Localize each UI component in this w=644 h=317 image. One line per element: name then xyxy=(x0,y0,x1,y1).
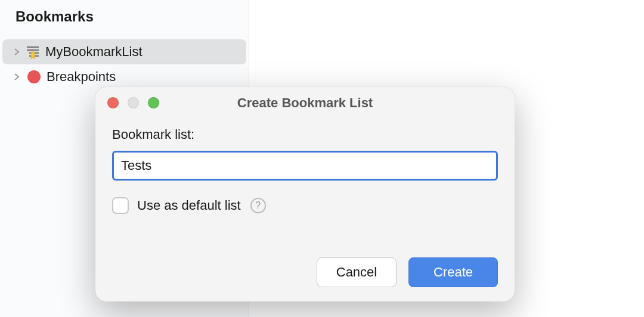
cancel-button[interactable]: Cancel xyxy=(317,257,397,287)
create-button[interactable]: Create xyxy=(408,257,498,287)
minimize-window-icon xyxy=(128,97,139,108)
default-list-checkbox-row: Use as default list ? xyxy=(112,197,498,214)
bookmark-list-name-input[interactable] xyxy=(112,151,498,181)
sidebar-title: Bookmarks xyxy=(0,8,249,39)
tree-item-label: Breakpoints xyxy=(47,69,116,85)
close-window-icon[interactable] xyxy=(107,97,119,108)
tree-item-breakpoints[interactable]: Breakpoints xyxy=(2,64,246,89)
breakpoint-icon xyxy=(27,70,41,83)
tree-item-mybookmarklist[interactable]: MyBookmarkList xyxy=(2,39,246,64)
bookmark-list-icon xyxy=(25,44,41,60)
use-as-default-label: Use as default list xyxy=(137,198,241,213)
zoom-window-icon[interactable] xyxy=(148,97,159,108)
use-as-default-checkbox[interactable] xyxy=(112,197,129,214)
chevron-right-icon[interactable] xyxy=(13,48,20,55)
bookmark-list-field-label: Bookmark list: xyxy=(112,127,498,142)
dialog-titlebar: Create Bookmark List xyxy=(95,87,515,119)
tree-item-label: MyBookmarkList xyxy=(45,44,143,60)
chevron-right-icon[interactable] xyxy=(13,73,20,80)
dialog-body: Bookmark list: Use as default list ? xyxy=(95,119,515,257)
window-controls xyxy=(95,97,159,108)
help-icon[interactable]: ? xyxy=(250,198,266,213)
create-bookmark-list-dialog: Create Bookmark List Bookmark list: Use … xyxy=(95,87,515,302)
dialog-footer: Cancel Create xyxy=(95,257,515,302)
bookmark-tree: MyBookmarkList Breakpoints xyxy=(0,39,249,89)
